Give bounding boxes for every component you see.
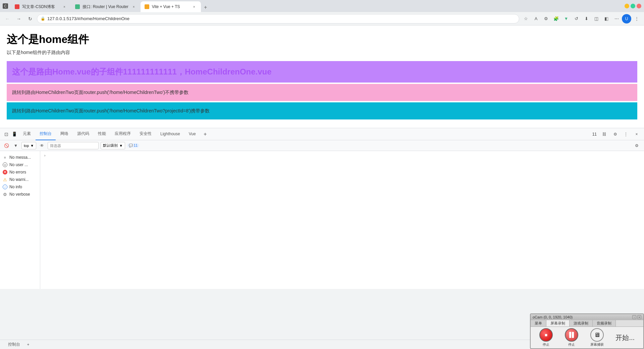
extensions-icon[interactable]: 🧩 (551, 14, 561, 23)
level-label: top (24, 144, 29, 148)
nav-bar: ← → ↻ 🔒 127.0.0.1:5173/#/home/HomeChildr… (0, 12, 644, 26)
main-area: 这个是home组件 以下是home组件的子路由内容 这个是路由Home.vue的… (0, 26, 644, 340)
sidebar-item-errors[interactable]: ✕ No errors (0, 168, 40, 176)
save-icon[interactable]: ⬇ (582, 14, 591, 23)
tab-network[interactable]: 网络 (56, 128, 72, 140)
tab-close-csdn[interactable]: × (62, 4, 67, 9)
tab-application[interactable]: 应用程序 (111, 128, 135, 140)
ocam-minimize-button[interactable]: - (632, 315, 636, 319)
title-bar: C 写文章-CSDN博客 × 接口: Router | Vue Router ×… (0, 0, 644, 12)
page-title: 这个是home组件 (7, 32, 637, 47)
close-window-button[interactable] (637, 4, 641, 8)
devtools-tabbar: ⊡ 📱 元素 控制台 网络 源代码 性能 应用程序 (0, 128, 644, 140)
translate-icon[interactable]: A (531, 14, 541, 23)
warnings-label: No warni... (9, 177, 29, 182)
link-box-cyan[interactable]: 跳转到路由HomeChildrenTwo页面router.push('/home… (7, 102, 637, 119)
menu-button[interactable]: ⋮ (632, 14, 641, 23)
default-levels-selector[interactable]: 默认级别 ▼ (101, 142, 125, 149)
user-icon: U (3, 162, 7, 167)
default-levels-dropdown-icon: ▼ (119, 144, 123, 148)
vue-devtools-icon[interactable]: ▼ (561, 14, 571, 23)
eye-toggle-button[interactable]: 👁 (38, 142, 46, 149)
level-selector[interactable]: top ▼ (21, 142, 36, 149)
tab-csdn[interactable]: 写文章-CSDN博客 × (11, 1, 71, 12)
link-box-pink[interactable]: 跳转到路由HomeChildrenTwo页面router.push('/home… (7, 84, 637, 101)
ocam-stop-label: 停止 (543, 342, 549, 347)
page-subtitle: 以下是home组件的子路由内容 (7, 50, 637, 56)
ocam-window: oCam (0, 0, 1920, 1040) - × 菜单 屏幕录制 游戏录制… (530, 313, 644, 349)
sidebar-item-verbose[interactable]: ⚙ No verbose (0, 191, 40, 198)
minimize-button[interactable] (625, 4, 629, 8)
errors-label: No errors (9, 170, 26, 174)
ocam-stop-button[interactable]: ■ 停止 (539, 328, 553, 347)
ocam-close-button[interactable]: × (637, 315, 641, 319)
devtools-right-icons: 11 ⛓ ⚙ ⋮ × (591, 130, 641, 139)
sidebar-icon[interactable]: ◧ (602, 14, 611, 23)
back-button[interactable]: ← (3, 14, 12, 23)
address-text: 127.0.0.1:5173/#/home/HomeChildrenOne (47, 16, 516, 21)
tab-elements[interactable]: 元素 (19, 128, 35, 140)
devtools-add-tab[interactable]: + (201, 130, 210, 139)
ocam-tab-menu[interactable]: 菜单 (531, 320, 546, 327)
link-pink-text: 跳转到路由HomeChildrenTwo页面router.push('/home… (12, 90, 189, 95)
default-levels-label: 默认级别 (103, 143, 118, 148)
tab-favicon-vite (145, 4, 149, 9)
component-title: 这个是路由Home.vue的子组件111111111111，HomeChildr… (12, 67, 272, 76)
devtools-more-icon[interactable]: ⋮ (621, 130, 631, 139)
ocam-pause-icon (565, 328, 578, 342)
tab-security[interactable]: 安全性 (136, 128, 156, 140)
collections-icon[interactable]: ◫ (592, 14, 601, 23)
ocam-screenshot-icon: 🖥 (590, 328, 604, 342)
ocam-tab-screen-record[interactable]: 屏幕录制 (546, 320, 570, 327)
sidebar-item-messages[interactable]: ≡ No messa... (0, 154, 40, 161)
refresh-button[interactable]: ↻ (25, 14, 35, 23)
settings-gear-right[interactable]: ⚙ (632, 141, 641, 150)
console-sidebar: ≡ No messa... U No user ... ✕ No errors (0, 151, 40, 289)
expand-arrow-icon[interactable]: › (44, 154, 45, 157)
tab-vue[interactable]: Vue (185, 128, 200, 140)
tab-sources[interactable]: 源代码 (73, 128, 93, 140)
devtools-settings-icon[interactable]: ⚙ (610, 130, 620, 139)
bottom-console-tab[interactable]: 控制台 (4, 340, 24, 349)
bookmarks-icon[interactable]: ☆ (521, 14, 531, 23)
filter-toggle-button[interactable]: ▼ (12, 142, 19, 149)
clear-console-button[interactable]: 🚫 (3, 142, 10, 149)
profile-button[interactable]: U (622, 14, 631, 23)
tab-vue-router[interactable]: 接口: Router | Vue Router × (71, 1, 141, 12)
maximize-button[interactable] (631, 4, 635, 8)
browser-frame: C 写文章-CSDN博客 × 接口: Router | Vue Router ×… (0, 0, 644, 349)
devtools-device-button[interactable]: 📱 (11, 131, 18, 138)
tab-lighthouse[interactable]: Lighthouse (156, 128, 184, 140)
sidebar-item-info[interactable]: i No info (0, 183, 40, 191)
tab-close-vite[interactable]: × (192, 4, 197, 9)
devtools-inspect-button[interactable]: ⊡ (3, 131, 10, 138)
address-bar[interactable]: 🔒 127.0.0.1:5173/#/home/HomeChildrenOne (37, 14, 519, 23)
tabs-container: 写文章-CSDN博客 × 接口: Router | Vue Router × V… (11, 0, 622, 12)
bottom-console-label: 控制台 (8, 342, 20, 347)
user-label: No user ... (9, 162, 28, 167)
page-area: 这个是home组件 以下是home组件的子路由内容 这个是路由Home.vue的… (0, 26, 644, 128)
ocam-tab-audio-record[interactable]: 音频录制 (593, 320, 616, 327)
verbose-label: No verbose (9, 192, 30, 197)
settings-icon[interactable]: ⚙ (541, 14, 551, 23)
more-tools-icon[interactable]: ⋯ (612, 14, 621, 23)
ocam-screenshot-button[interactable]: 🖥 屏幕捕获 (590, 328, 604, 347)
sidebar-item-warnings[interactable]: ⚠ No warni... (0, 176, 40, 183)
ocam-tab-game-record[interactable]: 游戏录制 (570, 320, 593, 327)
tab-close-vue-router[interactable]: × (131, 4, 137, 9)
tab-performance[interactable]: 性能 (94, 128, 110, 140)
sidebar-item-user[interactable]: U No user ... (0, 161, 40, 168)
bottom-add-button[interactable]: + (24, 341, 32, 349)
tab-favicon-csdn (15, 4, 19, 9)
tab-console[interactable]: 控制台 (36, 128, 56, 140)
filter-input[interactable] (48, 142, 99, 149)
tab-vite[interactable]: Vite + Vue + TS × (141, 1, 201, 12)
messages-label: No messa... (9, 155, 31, 160)
sync-icon[interactable]: ↺ (572, 14, 581, 23)
devtools-close-button[interactable]: × (632, 130, 641, 139)
new-tab-button[interactable]: + (201, 3, 210, 12)
ocam-tabs: 菜单 屏幕录制 游戏录制 音频录制 (531, 320, 643, 327)
ocam-pause-button[interactable]: 停止 (565, 328, 578, 347)
devtools-link-icon[interactable]: ⛓ (600, 130, 609, 139)
forward-button[interactable]: → (14, 14, 23, 23)
